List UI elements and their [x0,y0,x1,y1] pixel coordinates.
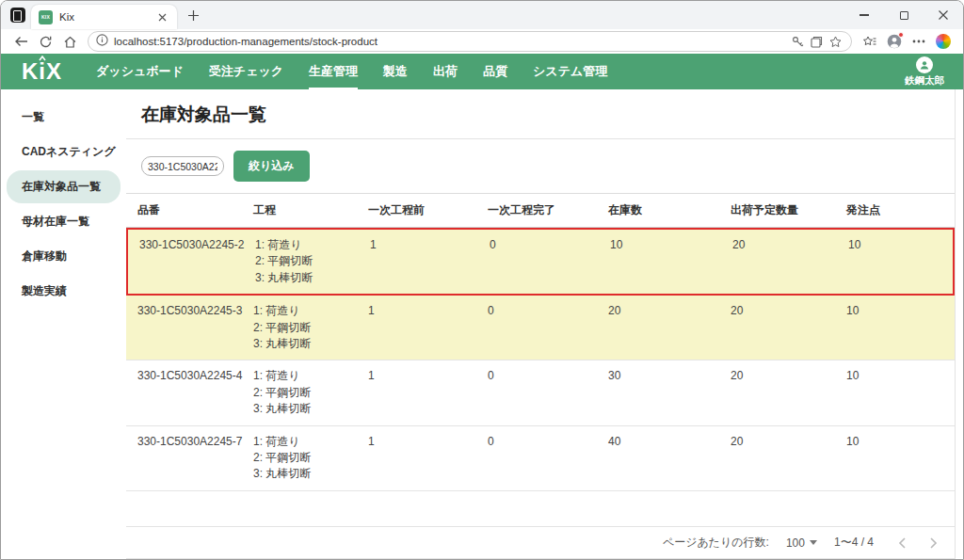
cell-part-number: 330-1C5030A2245-2 [128,230,244,294]
pagination: ページあたりの行数: 100 1〜4 / 4 [126,526,955,558]
page-range: 1〜4 / 4 [834,535,874,551]
filter-row: 絞り込み [126,139,955,193]
collections-icon[interactable] [808,33,825,50]
prev-page-icon[interactable] [898,537,906,549]
nav-item-3[interactable]: 製造 [383,54,408,89]
page-nav [898,537,938,549]
maximize-button[interactable] [884,1,924,29]
app-navbar: KiX ダッシュボード受注チェック生産管理製造出荷品質システム管理 鉄鋼太郎 [1,54,963,89]
url-bar[interactable]: localhost:5173/production-managements/st… [88,31,852,52]
tab-title: Kix [59,11,154,23]
main-content: 在庫対象品一覧 絞り込み 品番工程一次工程前一次工程完了在庫数出荷予定数量発注点… [126,89,963,559]
table-row[interactable]: 330-1C5030A2245-3 1: 荷造り2: 平鋼切断3: 丸棒切断 1… [126,296,955,360]
next-page-icon[interactable] [930,537,938,549]
cell-stock-count: 30 [597,360,719,424]
sidebar-item-3[interactable]: 母材在庫一覧 [7,205,120,238]
part-number-filter-input[interactable] [141,156,224,176]
sidebar-item-2[interactable]: 在庫対象品一覧 [7,170,120,203]
page-title: 在庫対象品一覧 [126,89,955,139]
cell-shipment-planned: 20 [721,230,837,294]
cell-processes: 1: 荷造り2: 平鋼切断3: 丸棒切断 [242,426,357,490]
sidebar-item-0[interactable]: 一覧 [7,101,120,134]
profile-avatar[interactable] [884,31,905,52]
app-body: 一覧CADネスティング在庫対象品一覧母材在庫一覧倉庫移動製造実績 在庫対象品一覧… [1,89,963,559]
cell-processes: 1: 荷造り2: 平鋼切断3: 丸棒切断 [242,296,357,360]
logo-text: KiX [22,58,62,84]
column-header: 品番 [126,194,242,227]
nav-item-1[interactable]: 受注チェック [209,54,283,89]
cell-part-number: 330-1C5030A2245-4 [126,360,242,424]
cell-pre-first-process: 1 [357,426,476,490]
nav-item-2[interactable]: 生産管理 [309,54,358,89]
minimize-button[interactable] [844,1,884,29]
back-icon[interactable] [10,31,31,52]
tab-strip: KIX Kix [1,1,963,29]
cell-processes: 1: 荷造り2: 平鋼切断3: 丸棒切断 [242,360,357,424]
cell-reorder-point: 10 [837,230,953,294]
table-header: 品番工程一次工程前一次工程完了在庫数出荷予定数量発注点 [126,193,955,228]
sidebar-item-4[interactable]: 倉庫移動 [7,240,120,273]
url-text[interactable]: localhost:5173/production-managements/st… [114,36,787,47]
cell-stock-count: 10 [599,230,721,294]
nav-item-6[interactable]: システム管理 [533,54,607,89]
cell-first-process-done: 0 [476,296,597,360]
logo-caret-icon [39,55,46,62]
favicon-icon: KIX [39,10,53,24]
sidebar-item-5[interactable]: 製造実績 [7,275,120,308]
cell-shipment-planned: 20 [719,426,835,490]
column-header: 発注点 [835,194,955,227]
column-header: 一次工程前 [357,194,476,227]
cell-first-process-done: 0 [476,426,597,490]
cell-reorder-point: 10 [835,296,955,360]
table-row[interactable]: 330-1C5030A2245-4 1: 荷造り2: 平鋼切断3: 丸棒切断 1… [126,360,955,425]
tab-close-icon[interactable] [154,9,169,24]
cell-pre-first-process: 1 [357,360,476,424]
rows-per-page-value: 100 [786,536,805,550]
nav-item-0[interactable]: ダッシュボード [96,54,184,89]
rows-per-page-label: ページあたりの行数: [663,535,769,551]
site-info-icon[interactable] [96,33,108,50]
cell-first-process-done: 0 [476,360,597,424]
home-icon[interactable] [59,31,80,52]
cell-part-number: 330-1C5030A2245-3 [126,296,242,360]
table-row[interactable]: 330-1C5030A2245-2 1: 荷造り2: 平鋼切断3: 丸棒切断 1… [126,228,955,296]
cell-reorder-point: 10 [835,360,955,424]
cell-reorder-point: 10 [835,426,955,490]
user-avatar-icon [916,56,933,73]
favorites-bar-icon[interactable] [860,31,880,52]
password-key-icon[interactable] [789,33,806,50]
user-name: 鉄鋼太郎 [905,74,944,88]
close-button[interactable] [924,1,963,29]
user-menu[interactable]: 鉄鋼太郎 [905,56,944,88]
window-controls [844,1,963,29]
sidebar: 一覧CADネスティング在庫対象品一覧母材在庫一覧倉庫移動製造実績 [1,89,126,559]
new-tab-button[interactable] [183,5,203,25]
chevron-down-icon [810,540,817,545]
nav-item-5[interactable]: 品質 [483,54,507,89]
settings-menu-icon[interactable] [908,31,929,52]
navbar-menu: ダッシュボード受注チェック生産管理製造出荷品質システム管理 [96,54,607,89]
column-header: 出荷予定数量 [719,194,835,227]
tab-actions-icon[interactable] [10,8,25,23]
browser-tab[interactable]: KIX Kix [31,5,177,29]
notification-dot [898,32,904,38]
cell-pre-first-process: 1 [359,230,478,294]
cell-part-number: 330-1C5030A2245-7 [126,426,242,490]
browser-toolbar: localhost:5173/production-managements/st… [1,29,963,54]
sidebar-item-1[interactable]: CADネスティング [7,136,120,168]
content-card: 在庫対象品一覧 絞り込み 品番工程一次工程前一次工程完了在庫数出荷予定数量発注点… [126,89,956,559]
rows-per-page-select[interactable]: 100 [786,536,817,550]
favorite-star-icon[interactable] [827,33,844,50]
table-body: 330-1C5030A2245-2 1: 荷造り2: 平鋼切断3: 丸棒切断 1… [126,228,955,526]
cell-shipment-planned: 20 [719,360,835,424]
app-logo[interactable]: KiX [22,58,62,85]
nav-item-4[interactable]: 出荷 [433,54,458,89]
cell-stock-count: 40 [597,426,719,490]
refresh-icon[interactable] [35,31,56,52]
filter-button[interactable]: 絞り込み [233,151,310,182]
cell-processes: 1: 荷造り2: 平鋼切断3: 丸棒切断 [244,230,359,294]
browser-window: KIX Kix [0,0,964,560]
copilot-icon[interactable] [933,31,954,52]
table-row[interactable]: 330-1C5030A2245-7 1: 荷造り2: 平鋼切断3: 丸棒切断 1… [126,426,955,491]
column-header: 一次工程完了 [476,194,597,227]
